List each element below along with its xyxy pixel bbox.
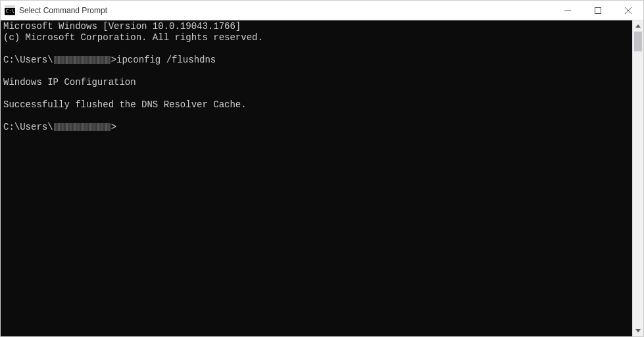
scroll-down-arrow-icon[interactable] — [633, 325, 643, 336]
console-output[interactable]: Microsoft Windows [Version 10.0.19043.17… — [1, 20, 632, 336]
version-line: Microsoft Windows [Version 10.0.19043.17… — [3, 21, 630, 32]
blank-line — [3, 43, 630, 55]
typed-command: ipconfig /flushdns — [116, 55, 216, 65]
titlebar[interactable]: C:\ Select Command Prompt — [1, 1, 643, 20]
prompt-suffix: > — [111, 122, 116, 132]
result-line: Successfully flushed the DNS Resolver Ca… — [3, 99, 630, 111]
window-title: Select Command Prompt — [19, 6, 553, 15]
minimize-button[interactable] — [553, 1, 583, 20]
blank-line — [3, 66, 630, 77]
vertical-scrollbar[interactable] — [632, 20, 643, 336]
command-line-2: C:\Users\> — [3, 122, 630, 133]
prompt-suffix: > — [111, 55, 116, 65]
close-button[interactable] — [613, 1, 643, 20]
blank-line — [3, 111, 630, 122]
svg-rect-4 — [595, 7, 601, 13]
redacted-username — [54, 123, 111, 131]
svg-marker-8 — [635, 329, 641, 332]
svg-marker-7 — [635, 24, 641, 28]
section-header: Windows IP Configuration — [3, 77, 630, 88]
blank-line — [3, 88, 630, 99]
command-line-1: C:\Users\>ipconfig /flushdns — [3, 55, 630, 66]
scroll-up-arrow-icon[interactable] — [633, 20, 643, 32]
svg-text:C:\: C:\ — [6, 9, 14, 14]
redacted-username — [54, 56, 111, 64]
window-controls — [553, 1, 643, 20]
maximize-button[interactable] — [583, 1, 613, 20]
prompt-prefix: C:\Users\ — [3, 55, 53, 65]
prompt-prefix: C:\Users\ — [3, 122, 53, 132]
cmd-icon: C:\ — [5, 5, 15, 16]
svg-rect-1 — [5, 6, 15, 8]
console-wrap: Microsoft Windows [Version 10.0.19043.17… — [1, 20, 643, 336]
copyright-line: (c) Microsoft Corporation. All rights re… — [3, 32, 630, 43]
scroll-thumb[interactable] — [634, 32, 642, 51]
